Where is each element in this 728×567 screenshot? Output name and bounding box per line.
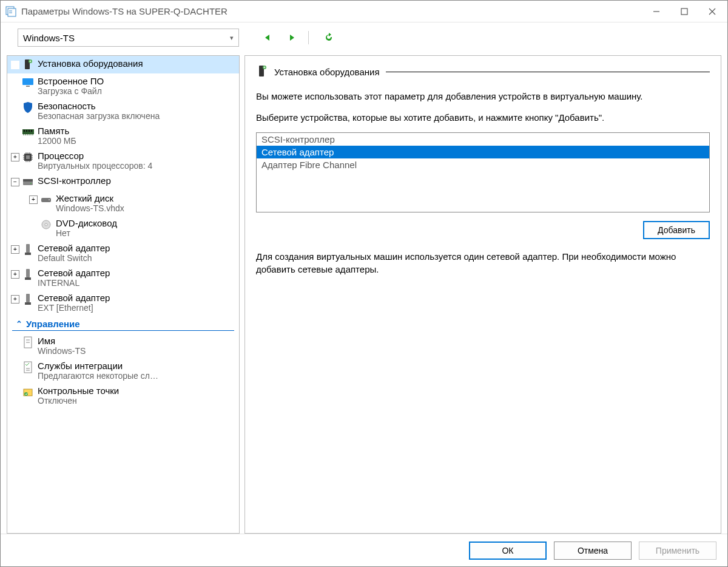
tree-item[interactable]: Память12000 МБ: [7, 123, 239, 148]
svg-rect-23: [26, 269, 30, 277]
svg-rect-9: [26, 130, 27, 132]
name-icon: [22, 336, 34, 348]
device-option[interactable]: SCSI-контроллер: [257, 133, 709, 146]
tree-item[interactable]: Встроенное ПОЗагрузка с Файл: [7, 73, 239, 98]
window-title: Параметры Windows-TS на SUPER-Q-DACHTER: [21, 6, 642, 16]
tree-item-sub: Нет: [56, 228, 117, 238]
divider: [386, 72, 710, 72]
tree-item-label: Память: [38, 126, 76, 136]
tree-item-sub: 12000 МБ: [38, 136, 76, 146]
tree-item-label: Сетевой адаптер: [38, 293, 110, 303]
minimize-button[interactable]: [642, 2, 670, 21]
tree-item-label: Сетевой адаптер: [38, 268, 110, 278]
tree-item-sub: Default Switch: [38, 253, 110, 263]
ok-button[interactable]: ОК: [469, 542, 547, 560]
add-button[interactable]: Добавить: [643, 221, 710, 239]
expander-icon[interactable]: +: [11, 295, 19, 304]
tree-item-label: Контрольные точки: [38, 385, 119, 396]
svg-rect-10: [29, 130, 30, 132]
toolbar: Windows-TS ▾: [1, 22, 727, 49]
expander-icon[interactable]: +: [11, 245, 19, 254]
tree-item-sub: Отключен: [38, 396, 119, 406]
device-option[interactable]: Сетевой адаптер: [257, 146, 709, 158]
tree-item[interactable]: +Сетевой адаптерDefault Switch: [7, 240, 239, 265]
tree-item-sub: Windows-TS.vhdx: [56, 203, 124, 213]
content-title: Установка оборудования: [274, 67, 380, 77]
tree-item-sub: EXT [Ethernet]: [38, 303, 110, 313]
refresh-button[interactable]: [321, 30, 337, 46]
expander-icon[interactable]: +: [11, 270, 19, 279]
chevron-down-icon: ▾: [230, 34, 234, 42]
content-description-3: Для создания виртуальных машин используе…: [256, 250, 710, 276]
management-label: Управление: [26, 319, 80, 329]
tree-item[interactable]: +Жесткий дискWindows-TS.vhdx: [7, 191, 239, 216]
tree-item-sub: Загрузка с Файл: [38, 86, 104, 96]
svg-rect-15: [23, 179, 33, 182]
nic-icon: [22, 243, 34, 256]
expander-icon[interactable]: +: [11, 153, 19, 161]
tree-item[interactable]: +ПроцессорВиртуальных процессоров: 4: [7, 148, 239, 173]
nic-icon: [22, 293, 34, 305]
tree-item[interactable]: +Сетевой адаптерEXT [Ethernet]: [7, 290, 239, 315]
ram-icon: [22, 126, 34, 138]
svg-rect-11: [31, 130, 32, 132]
close-button[interactable]: [698, 2, 726, 21]
device-list[interactable]: SCSI-контроллерСетевой адаптерАдаптер Fi…: [256, 132, 710, 212]
tree-item[interactable]: +Сетевой адаптерINTERNAL: [7, 265, 239, 290]
expander-icon[interactable]: +: [29, 195, 38, 204]
tree-item-label: SCSI-контроллер: [38, 175, 111, 186]
monitor-icon: [22, 76, 34, 89]
vm-name: Windows-TS: [23, 33, 75, 43]
tree-item[interactable]: ИмяWindows-TS: [7, 333, 239, 358]
sidebar: Установка оборудованияВстроенное ПОЗагру…: [7, 55, 240, 534]
tree-item-label: DVD-дисковод: [56, 218, 117, 228]
vm-selector[interactable]: Windows-TS ▾: [18, 29, 239, 47]
nav-forward-button[interactable]: [284, 30, 300, 46]
svg-rect-13: [26, 155, 30, 159]
tree-item-label: Сетевой адаптер: [38, 243, 110, 253]
svg-rect-6: [26, 86, 30, 87]
body: Установка оборудованияВстроенное ПОЗагру…: [1, 49, 727, 534]
expander-icon[interactable]: −: [11, 178, 19, 186]
nav-back-button[interactable]: [260, 30, 275, 46]
svg-rect-28: [24, 362, 32, 373]
hdd-icon: [40, 194, 52, 206]
hardware-icon: [22, 59, 34, 71]
tree-item-label: Безопасность: [38, 101, 160, 111]
cancel-button[interactable]: Отмена: [554, 542, 632, 560]
checkpoint-icon: [22, 386, 34, 398]
svg-point-20: [45, 223, 47, 226]
svg-point-30: [24, 392, 28, 396]
tree-item-label: Процессор: [38, 151, 152, 161]
tree-item[interactable]: DVD-дисководНет: [7, 216, 239, 240]
content-description-1: Вы можете использовать этот параметр для…: [256, 90, 710, 103]
hardware-icon: [256, 64, 268, 79]
tree-item-sub: INTERNAL: [38, 278, 110, 288]
tree-item[interactable]: Контрольные точкиОтключен: [7, 383, 239, 408]
content-header: Установка оборудования: [256, 64, 710, 79]
svg-point-18: [49, 199, 50, 200]
management-header[interactable]: ⌃Управление: [12, 315, 234, 331]
dvd-icon: [40, 219, 52, 231]
tree-item-label: Жесткий диск: [56, 193, 124, 203]
svg-rect-21: [26, 244, 30, 253]
tree-item[interactable]: Установка оборудования: [7, 56, 239, 73]
device-option[interactable]: Адаптер Fibre Channel: [257, 158, 709, 171]
content-panel: Установка оборудования Вы можете использ…: [244, 55, 721, 534]
collapse-icon: ⌃: [16, 319, 22, 328]
svg-rect-8: [24, 130, 25, 132]
tree-item-label: Установка оборудования: [38, 58, 143, 69]
tree-item-label: Службы интеграции: [38, 361, 158, 371]
titlebar: Параметры Windows-TS на SUPER-Q-DACHTER: [1, 1, 727, 22]
tree-item[interactable]: Службы интеграцииПредлагаются некоторые …: [7, 358, 239, 383]
svg-rect-5: [22, 78, 33, 85]
settings-window: Параметры Windows-TS на SUPER-Q-DACHTER …: [0, 0, 728, 567]
apply-button[interactable]: Применить: [639, 542, 716, 560]
tree-item-label: Встроенное ПО: [38, 76, 104, 86]
cpu-icon: [22, 151, 34, 163]
separator: [308, 31, 309, 44]
footer: ОК Отмена Применить: [1, 534, 727, 566]
maximize-button[interactable]: [670, 2, 698, 21]
tree-item[interactable]: −SCSI-контроллер: [7, 173, 239, 191]
tree-item[interactable]: БезопасностьБезопасная загрузка включена: [7, 98, 239, 123]
